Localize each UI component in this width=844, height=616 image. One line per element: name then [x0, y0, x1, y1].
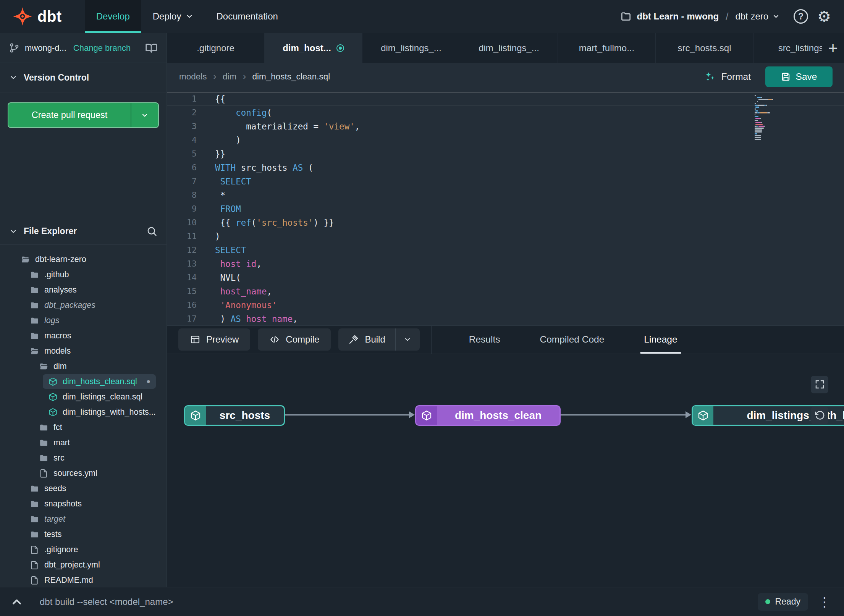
nav-item-develop[interactable]: Develop [85, 0, 141, 33]
compile-button[interactable]: Compile [258, 328, 331, 351]
new-tab-button[interactable]: + [822, 33, 844, 63]
reset-view-button[interactable] [811, 407, 828, 424]
tab-dim-listings[interactable]: dim_listings_... [362, 33, 460, 63]
code-line[interactable]: 3 materialized = 'view', [167, 120, 844, 133]
tree-item-tests[interactable]: tests [0, 527, 167, 542]
create-pull-request-menu-button[interactable] [131, 103, 158, 127]
tree-item-target[interactable]: target [0, 511, 167, 527]
nav-menu: Develop Deploy Documentation [85, 0, 289, 33]
tree-item-mart[interactable]: mart [0, 435, 167, 450]
docs-book-icon[interactable] [145, 42, 157, 54]
tree-item-src[interactable]: src [0, 450, 167, 466]
tree-item-label: README.md [44, 576, 93, 585]
fullscreen-button[interactable] [811, 376, 828, 393]
lineage-edge [285, 414, 409, 416]
change-branch-link[interactable]: Change branch [73, 43, 131, 53]
tab-gitignore[interactable]: .gitignore [167, 33, 265, 63]
code-line[interactable]: 16 'Anonymous' [167, 298, 844, 312]
code-line[interactable]: 15 host_name, [167, 285, 844, 298]
code-line[interactable]: 11) [167, 230, 844, 243]
folder-open-icon [30, 346, 39, 356]
tab-src-hosts-sql[interactable]: src_hosts.sql [656, 33, 753, 63]
nav-item-documentation[interactable]: Documentation [205, 0, 289, 33]
chevron-down-icon [9, 227, 18, 236]
tab-lineage[interactable]: Lineage [624, 326, 697, 354]
code-line[interactable]: 14 NVL( [167, 271, 844, 285]
tree-item-sources-yml[interactable]: sources.yml [0, 466, 167, 481]
tree-item-logs[interactable]: logs [0, 313, 167, 328]
tree-item-label: dim_listings_clean.sql [63, 392, 142, 402]
code-line[interactable]: 6WITH src_hosts AS ( [167, 161, 844, 175]
tree-item-models[interactable]: models [0, 343, 167, 359]
dbt-home-link[interactable]: dbt [13, 0, 62, 33]
settings-button[interactable]: ⚙ [817, 9, 831, 24]
help-button[interactable]: ? [794, 9, 808, 24]
file-explorer-header[interactable]: File Explorer [0, 218, 167, 245]
tree-item-fct[interactable]: fct [0, 420, 167, 435]
tree-item-macros[interactable]: macros [0, 328, 167, 343]
tree-item-snapshots[interactable]: snapshots [0, 496, 167, 511]
code-text: {{ [197, 92, 225, 106]
tree-item-row: dim [34, 359, 72, 373]
format-button[interactable]: Format [704, 71, 751, 83]
code-line[interactable]: 5}} [167, 147, 844, 161]
command-input[interactable]: dbt build --select <model_name> [40, 597, 173, 607]
environment-selector[interactable]: dbt zero [735, 11, 780, 22]
tree-item-dbt-packages[interactable]: dbt_packages [0, 297, 167, 313]
code-line[interactable]: 12SELECT [167, 243, 844, 257]
tree-item-github[interactable]: .github [0, 267, 167, 282]
code-line[interactable]: 7 SELECT [167, 175, 844, 188]
create-pull-request-label[interactable]: Create pull request [8, 103, 131, 127]
preview-button[interactable]: Preview [178, 328, 250, 351]
minimap[interactable] [755, 95, 778, 141]
version-control-header[interactable]: Version Control [0, 63, 167, 92]
code-line[interactable]: 1{{ [167, 92, 844, 106]
save-button[interactable]: Save [765, 66, 833, 87]
tree-item-dim-listings-with-hosts[interactable]: dim_listings_with_hosts... [0, 404, 167, 420]
tree-item-label: logs [44, 316, 59, 325]
tree-item-dbt-learn-zero[interactable]: dbt-learn-zero [0, 252, 167, 267]
code-line[interactable]: 8 * [167, 188, 844, 202]
code-line[interactable]: 2 config( [167, 106, 844, 120]
lineage-node-dim-hosts-clean[interactable]: dim_hosts_clean [415, 405, 561, 426]
code-line[interactable]: 4 ) [167, 133, 844, 147]
tree-item-dim[interactable]: dim [0, 359, 167, 374]
tab-results[interactable]: Results [449, 326, 520, 354]
code-line[interactable]: 10 {{ ref('src_hosts') }} [167, 216, 844, 230]
tab-compiled-code[interactable]: Compiled Code [520, 326, 624, 354]
tab-dim-listings[interactable]: dim_listings_... [460, 33, 558, 63]
tab-mart-fullmo[interactable]: mart_fullmo... [558, 33, 656, 63]
kebab-menu-button[interactable]: ⋮ [818, 595, 831, 608]
tree-item-analyses[interactable]: analyses [0, 282, 167, 297]
minimap-line [755, 107, 778, 108]
tree-item-label: tests [44, 530, 61, 539]
tree-item-gitignore[interactable]: .gitignore [0, 542, 167, 557]
code-line[interactable]: 13 host_id, [167, 257, 844, 271]
minimap-line [755, 124, 778, 125]
code-line[interactable]: 9 FROM [167, 202, 844, 216]
tree-item-label: models [44, 346, 71, 356]
build-menu-button[interactable] [395, 328, 420, 351]
tree-item-seeds[interactable]: seeds [0, 481, 167, 496]
tree-item-readme-md[interactable]: README.md [0, 572, 167, 587]
lineage-arrowhead-icon [686, 411, 691, 418]
search-icon[interactable] [146, 226, 157, 237]
folder-icon [30, 499, 39, 509]
tree-item-row: snapshots [24, 496, 87, 511]
lineage-node-src-hosts[interactable]: src_hosts [184, 405, 285, 426]
tree-item-dim-hosts-clean-sql[interactable]: dim_hosts_clean.sql• [0, 374, 167, 389]
chevron-up-icon[interactable] [10, 595, 24, 609]
project-selector[interactable]: dbt Learn - mwong / dbt zero [620, 11, 780, 23]
build-button[interactable]: Build [338, 328, 395, 351]
file-icon [39, 469, 49, 478]
tree-item-dbt-project-yml[interactable]: dbt_project.yml [0, 557, 167, 572]
file-icon [30, 545, 39, 555]
create-pull-request-button[interactable]: Create pull request [8, 102, 159, 128]
nav-item-deploy[interactable]: Deploy [141, 0, 205, 33]
tab-dim-host[interactable]: dim_host... [265, 33, 362, 63]
code-editor[interactable]: 1{{2 config(3 materialized = 'view',4 )5… [167, 91, 844, 325]
code-line[interactable]: 17 ) AS host_name, [167, 312, 844, 325]
tree-item-dim-listings-clean-sql[interactable]: dim_listings_clean.sql [0, 389, 167, 404]
code-lines: 1{{2 config(3 materialized = 'view',4 )5… [167, 92, 844, 325]
minimap-line [755, 112, 778, 113]
